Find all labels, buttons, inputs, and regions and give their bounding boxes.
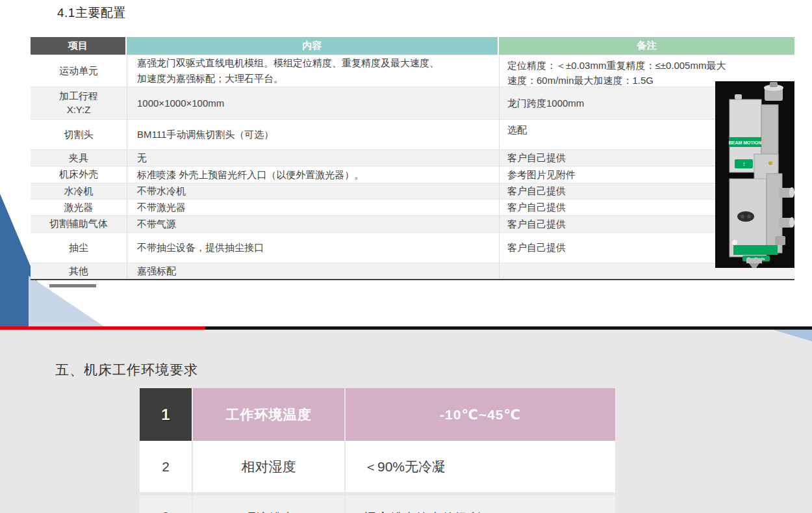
env-row-item: 工作环境温度 — [193, 388, 344, 441]
row-item: 水冷机 — [31, 183, 127, 199]
section-title-main-config: 4.1主要配置 — [57, 5, 126, 21]
env-row-value: 远离粉尘较大的场所 — [346, 495, 615, 513]
table-row: 加工行程 X:Y:Z 1000×1000×100mm 龙门跨度1000mm — [31, 86, 794, 119]
svg-text:↕: ↕ — [742, 161, 745, 167]
env-row-item: 相对湿度 — [193, 441, 344, 492]
section-title-environment: 五、机床工作环境要求 — [55, 361, 198, 379]
table-row: 运动单元 嘉强龙门双驱式直线电机模组。模组定位精度、重复精度及最大速度、 加速度… — [31, 55, 794, 86]
table-row: 夹具 无 客户自己提供 — [31, 150, 794, 166]
svg-text:BEAM MOTION: BEAM MOTION — [729, 140, 762, 145]
row-item: 抽尘 — [31, 233, 127, 263]
table-row: 其他 嘉强标配 — [31, 263, 794, 279]
env-row-value: ＜90%无冷凝 — [346, 441, 615, 492]
row-content: 无 — [127, 150, 499, 166]
env-row-number: 2 — [140, 441, 192, 492]
env-table-row: 1 工作环境温度 -10℃~45℃ — [140, 388, 615, 441]
env-row-value: -10℃~45℃ — [346, 388, 615, 441]
decor-triangle-light-blue — [29, 276, 104, 326]
row-content: 标准喷漆 外壳上预留光纤入口（以便外置激光器）。 — [127, 166, 499, 183]
env-row-number: 3 — [140, 495, 192, 513]
env-table-row: 2 相对湿度 ＜90%无冷凝 — [140, 441, 615, 492]
table-row: 激光器 不带激光器 客户自己提供 — [31, 199, 794, 215]
decor-gray-underline — [49, 284, 96, 287]
spec-table: 项目 内容 备注 运动单元 嘉强龙门双驱式直线电机模组。模组定位精度、重复精度及… — [31, 37, 794, 280]
row-content: 不带水冷机 — [127, 183, 499, 199]
row-content: 不带气源 — [127, 216, 499, 232]
row-item: 加工行程 X:Y:Z — [31, 87, 127, 119]
table-row: 水冷机 不带水冷机 客户自己提供 — [31, 183, 794, 199]
header-content: 内容 — [127, 37, 499, 55]
env-row-number: 1 — [140, 388, 192, 441]
table-row: 切割辅助气体 不带气源 客户自己提供 — [31, 215, 794, 232]
row-content: 嘉强标配 — [127, 263, 499, 279]
table-row: 切割头 BM111手动调焦切割头（可选） 选配 — [31, 119, 794, 150]
env-table-row-clipped: 3 环境粉尘 远离粉尘较大的场所 — [140, 495, 615, 513]
slide-environment-requirements: 五、机床工作环境要求 1 工作环境温度 -10℃~45℃ 2 相对湿度 ＜90%… — [0, 330, 812, 513]
table-row: 机床外壳 标准喷漆 外壳上预留光纤入口（以便外置激光器）。 参考图片见附件 — [31, 166, 794, 183]
slide-main-configuration: 4.1主要配置 项目 内容 备注 运动单元 嘉强龙门双驱式直线电机模组。模组定位… — [0, 0, 812, 326]
header-item: 项目 — [31, 37, 127, 55]
row-item: 夹具 — [31, 150, 127, 166]
row-item: 运动单元 — [31, 55, 127, 86]
table-row: 抽尘 不带抽尘设备，提供抽尘接口 客户自己提供 — [31, 232, 794, 263]
row-content: 1000×1000×100mm — [127, 87, 499, 119]
decor-corner-triangle — [773, 330, 812, 341]
row-content: BM111手动调焦切割头（可选） — [127, 120, 499, 150]
env-row-item: 环境粉尘 — [193, 495, 344, 513]
spec-table-header-row: 项目 内容 备注 — [31, 37, 794, 55]
row-item: 切割辅助气体 — [31, 216, 127, 232]
row-content: 不带激光器 — [127, 200, 499, 215]
cutting-head-product-image: BEAM MOTION ↕ RayTools — [715, 81, 794, 268]
header-remark: 备注 — [499, 37, 794, 55]
document-page: 4.1主要配置 项目 内容 备注 运动单元 嘉强龙门双驱式直线电机模组。模组定位… — [0, 0, 812, 513]
row-content: 不带抽尘设备，提供抽尘接口 — [127, 233, 499, 263]
row-item: 其他 — [31, 263, 127, 279]
row-item: 激光器 — [31, 200, 127, 215]
row-item: 切割头 — [31, 120, 127, 150]
row-content: 嘉强龙门双驱式直线电机模组。模组定位精度、重复精度及最大速度、 加速度为嘉强标配… — [127, 55, 499, 86]
row-item: 机床外壳 — [31, 166, 127, 183]
